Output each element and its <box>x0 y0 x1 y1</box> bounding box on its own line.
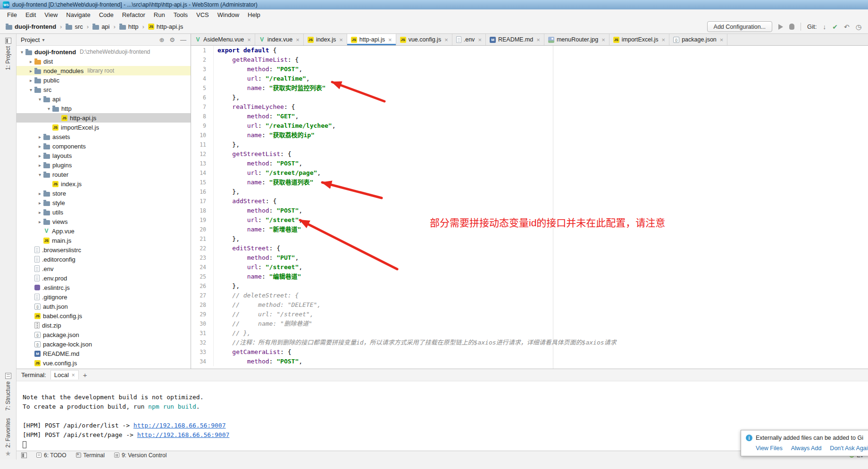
chevron-right-icon[interactable]: ▸ <box>36 210 43 215</box>
menu-vcs[interactable]: VCS <box>192 10 213 19</box>
tab-importExcel.js[interactable]: JSimportExcel.js× <box>609 34 669 45</box>
close-icon[interactable]: × <box>247 36 251 43</box>
tree-item-src[interactable]: ▾src <box>17 85 191 94</box>
statusbar-vcs[interactable]: 9: Version Control <box>114 452 167 459</box>
project-tree[interactable]: ▾duoji-frontendD:\zheheWeb\duoji-fronten… <box>17 46 191 369</box>
chevron-right-icon[interactable]: ▸ <box>27 78 34 83</box>
tree-item-vue.config.js[interactable]: JSvue.config.js <box>17 358 191 368</box>
tree-item-main.js[interactable]: JSmain.js <box>17 236 191 245</box>
tree-item-node_modules[interactable]: ▸node_moduleslibrary root <box>17 66 191 75</box>
close-icon[interactable]: × <box>662 36 666 43</box>
tree-item-plugins[interactable]: ▸plugins <box>17 160 191 170</box>
menu-window[interactable]: Window <box>213 10 243 19</box>
close-icon[interactable]: × <box>444 36 448 43</box>
project-tool-button[interactable]: 1: Project <box>5 38 11 70</box>
tree-item-layouts[interactable]: ▸layouts <box>17 151 191 160</box>
tree-item-auth.json[interactable]: {}auth.json <box>17 302 191 311</box>
close-icon[interactable]: × <box>720 36 724 43</box>
tree-item-.browserslistrc[interactable]: .browserslistrc <box>17 245 191 255</box>
new-terminal-icon[interactable]: + <box>83 371 87 379</box>
tree-item-importExcel.js[interactable]: JSimportExcel.js <box>17 123 191 132</box>
tree-item-.env.prod[interactable]: .env.prod <box>17 273 191 283</box>
chevron-right-icon[interactable]: ▸ <box>36 191 43 196</box>
tree-item-http[interactable]: ▾http <box>17 104 191 113</box>
tree-item-index.js[interactable]: JSindex.js <box>17 179 191 189</box>
tree-item-.gitignore[interactable]: .gitignore <box>17 292 191 302</box>
breadcrumb-item-api[interactable]: api <box>92 23 110 30</box>
chevron-right-icon[interactable]: ▸ <box>27 59 34 64</box>
tree-item-dist.zip[interactable]: dist.zip <box>17 321 191 330</box>
chevron-right-icon[interactable]: ▸ <box>36 200 43 206</box>
tab-menuRouter.jpg[interactable]: menuRouter.jpg× <box>544 34 609 45</box>
tree-item-package.json[interactable]: {}package.json <box>17 330 191 339</box>
tab-README.md[interactable]: MREADME.md× <box>486 34 544 45</box>
add-configuration-button[interactable]: Add Configuration... <box>707 21 773 32</box>
close-icon[interactable]: × <box>388 36 392 43</box>
tree-item-App.vue[interactable]: VApp.vue <box>17 226 191 236</box>
tab-package.json[interactable]: {}package.json× <box>669 34 727 45</box>
menu-tools[interactable]: Tools <box>169 10 192 19</box>
terminal-tab-local[interactable]: Local × <box>50 370 79 379</box>
chevron-right-icon[interactable]: ▸ <box>27 68 34 74</box>
chevron-down-icon[interactable]: ▾ <box>18 49 25 55</box>
favorites-tool-button[interactable]: 2: Favorites ★ <box>5 418 11 457</box>
tree-item-components[interactable]: ▸components <box>17 141 191 151</box>
vcs-revert-icon[interactable]: ↶ <box>844 24 850 30</box>
tab-.env[interactable]: .env× <box>452 34 486 45</box>
menu-code[interactable]: Code <box>95 10 118 19</box>
debug-icon[interactable] <box>789 24 794 30</box>
vcs-commit-icon[interactable]: ✔ <box>832 24 838 30</box>
chevron-down-icon[interactable]: ▾ <box>36 97 43 102</box>
breadcrumb-item-duoji-frontend[interactable]: duoji-frontend <box>5 23 57 30</box>
statusbar-terminal[interactable]: Terminal <box>76 452 105 459</box>
tree-item-api[interactable]: ▾api <box>17 94 191 104</box>
notification-action-view-files[interactable]: View Files <box>756 445 783 452</box>
terminal-link[interactable]: http://192.168.66.56:9007 <box>134 422 226 429</box>
close-icon[interactable]: × <box>478 36 482 43</box>
chevron-right-icon[interactable]: ▸ <box>36 134 43 140</box>
vcs-history-icon[interactable]: ◷ <box>856 24 861 30</box>
chevron-right-icon[interactable]: ▸ <box>36 144 43 149</box>
tree-item-store[interactable]: ▸store <box>17 189 191 198</box>
toolwindow-toggle-icon[interactable] <box>21 453 27 458</box>
close-icon[interactable]: × <box>536 36 540 43</box>
notification-action-don't-ask-agai[interactable]: Don't Ask Agai <box>830 445 868 452</box>
tab-http-api.js[interactable]: JShttp-api.js× <box>347 34 396 45</box>
tree-item-router[interactable]: ▾router <box>17 170 191 179</box>
terminal-link[interactable]: http://192.168.66.56:9007 <box>137 431 230 438</box>
close-icon[interactable]: × <box>72 372 75 378</box>
project-panel-title[interactable]: Project <box>21 36 40 43</box>
code-area[interactable]: 1export default {2 getRealTimeList: {3 m… <box>191 46 868 369</box>
tree-item-dist[interactable]: ▸dist <box>17 57 191 66</box>
tree-item-assets[interactable]: ▸assets <box>17 132 191 141</box>
vcs-update-icon[interactable]: ↓ <box>823 24 826 30</box>
chevron-right-icon[interactable]: ▸ <box>36 153 43 158</box>
menu-edit[interactable]: Edit <box>21 10 40 19</box>
tree-item-duoji-frontend[interactable]: ▾duoji-frontendD:\zheheWeb\duoji-fronten… <box>17 47 191 57</box>
tab-AsideMenu.vue[interactable]: VAsideMenu.vue× <box>191 34 255 45</box>
locate-file-icon[interactable]: ⊕ <box>159 36 164 43</box>
chevron-down-icon[interactable]: ▾ <box>36 172 43 177</box>
menu-refactor[interactable]: Refactor <box>118 10 150 19</box>
tab-index.js[interactable]: JSindex.js× <box>304 34 347 45</box>
statusbar-todo[interactable]: 6: TODO <box>36 452 67 459</box>
close-icon[interactable]: × <box>339 36 343 43</box>
tree-item-utils[interactable]: ▸utils <box>17 207 191 217</box>
breadcrumb-item-http-api.js[interactable]: JShttp-api.js <box>147 23 184 30</box>
chevron-right-icon[interactable]: ▸ <box>36 163 43 168</box>
breadcrumb-item-http[interactable]: http <box>118 23 140 30</box>
tree-item-public[interactable]: ▸public <box>17 75 191 85</box>
gear-icon[interactable]: ⚙ <box>169 36 175 43</box>
close-icon[interactable]: × <box>601 36 605 43</box>
notification-action-always-add[interactable]: Always Add <box>791 445 822 452</box>
menu-view[interactable]: View <box>40 10 62 19</box>
chevron-down-icon[interactable]: ▾ <box>45 106 52 111</box>
tree-item-views[interactable]: ▸views <box>17 217 191 226</box>
tab-vue.config.js[interactable]: JSvue.config.js× <box>396 34 452 45</box>
menu-file[interactable]: File <box>3 10 21 19</box>
menu-help[interactable]: Help <box>243 10 265 19</box>
breadcrumb-item-src[interactable]: src <box>65 23 83 30</box>
run-icon[interactable] <box>778 24 783 30</box>
tab-index.vue[interactable]: Vindex.vue× <box>255 34 304 45</box>
tree-item-http-api.js[interactable]: JShttp-api.js <box>17 113 191 123</box>
